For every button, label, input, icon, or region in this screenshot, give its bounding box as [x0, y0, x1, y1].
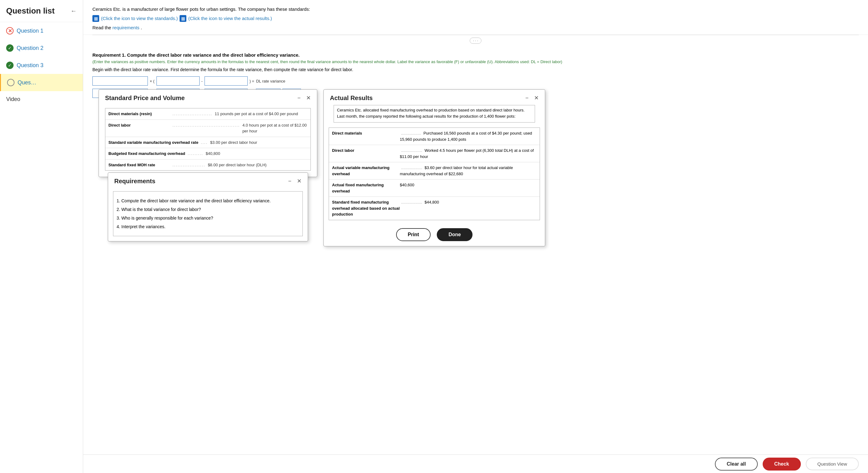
requirements-link[interactable]: requirements: [113, 25, 140, 30]
modal-standard-row-4: Standard fixed MOH rate ................…: [105, 159, 310, 170]
requirement-title: Requirement 1. Compute the direct labor …: [92, 52, 859, 58]
actual-intro: Ceramics Etc. allocated fixed manufactur…: [334, 105, 535, 123]
modal-standard-label-2: Standard variable manufacturing overhead…: [108, 139, 198, 146]
formula-input-1a[interactable]: [92, 76, 148, 86]
modal-standard-row-2: Standard variable manufacturing overhead…: [105, 137, 310, 149]
actual-label-3: Actual fixed manufacturing overhead: [332, 182, 400, 194]
modal-standard-row-3: Budgeted fixed manufacturing overhead ..…: [105, 148, 310, 159]
actual-row-4: Standard fixed manufacturing overhead al…: [329, 197, 540, 220]
modal-actual-footer: Print Done: [324, 223, 545, 246]
modal-actual-close-button[interactable]: ✕: [533, 94, 540, 102]
modal-standard-controls: − ✕: [296, 94, 312, 102]
modal-standard-row-1: Direct labor ...........................…: [105, 120, 310, 137]
sidebar-item-q2[interactable]: ✓ Question 2: [0, 39, 83, 57]
modal-requirements-close-button[interactable]: ✕: [296, 177, 303, 185]
modal-standard-minimize-button[interactable]: −: [296, 94, 302, 102]
requirement-note: (Enter the variances as positive numbers…: [92, 59, 859, 64]
check-button[interactable]: Check: [763, 458, 801, 471]
formula-input-1b[interactable]: [156, 76, 199, 86]
modal-standard-price: Standard Price and Volume − ✕ Direct mat…: [99, 89, 317, 177]
sidebar-header: Question list ←: [0, 6, 83, 22]
standards-link[interactable]: (Click the icon to view the standards.): [101, 15, 178, 22]
requirement-title-rest: Compute the direct labor rate variance a…: [127, 52, 300, 58]
sidebar-video-label: Video: [6, 96, 20, 102]
modal-standard-header: Standard Price and Volume − ✕: [99, 90, 317, 105]
check-icon-q3: ✓: [6, 62, 13, 69]
modal-actual-header: Actual Results − ✕: [324, 90, 545, 105]
done-button[interactable]: Done: [437, 228, 472, 241]
circle-icon-q4: [7, 79, 14, 86]
problem-header: Ceramics Etc. is a manufacturer of large…: [83, 0, 868, 35]
modal-standard-value-1: 4.0 hours per pot at a cost of $12.00 pe…: [242, 122, 307, 134]
formula-row-1: × ( - ) = DL rate variance: [92, 76, 859, 86]
question-view-button[interactable]: Question View: [806, 458, 859, 470]
modal-standard-close-button[interactable]: ✕: [305, 94, 312, 102]
modal-standard-row-0: Direct materials (resin) ...............…: [105, 108, 310, 120]
check-icon-q2: ✓: [6, 44, 13, 52]
clear-all-button[interactable]: Clear all: [715, 458, 757, 471]
modal-actual-controls: − ✕: [524, 94, 540, 102]
requirements-prefix: Read the: [92, 25, 113, 30]
modal-standard-value-4: $8.00 per direct labor hour (DLH): [208, 162, 267, 168]
requirements-suffix: .: [141, 25, 142, 30]
sidebar-item-q4-label: Ques…: [18, 80, 36, 86]
modal-requirements-content: Compute the direct labor rate variance a…: [108, 191, 308, 236]
requirement-description: Begin with the direct labor rate varianc…: [92, 67, 859, 72]
sidebar-item-q3[interactable]: ✓ Question 3: [0, 57, 83, 74]
actual-value-0: .................. Purchased 16,560 poun…: [400, 130, 536, 142]
requirements-line: Read the requirements .: [92, 24, 859, 31]
sidebar-collapse-button[interactable]: ←: [70, 7, 77, 14]
modal-standard-label-4: Standard fixed MOH rate: [108, 162, 170, 168]
actual-value-4: ................... $44,800: [400, 199, 536, 206]
sidebar-video-section: Video: [0, 91, 83, 107]
actual-row-2: Actual variable manufacturing overhead .…: [329, 162, 540, 180]
modal-standard-value-0: 11 pounds per pot at a cost of $4.00 per…: [215, 111, 298, 117]
modal-standard-value-3: $40,800: [206, 151, 220, 157]
req-item-4: Interpret the variances.: [121, 222, 298, 231]
modal-actual-results: Actual Results − ✕ Ceramics Etc. allocat…: [323, 89, 545, 246]
modal-standard-title: Standard Price and Volume: [105, 95, 185, 102]
bottom-bar: Clear all Check Question View: [83, 454, 868, 473]
req-item-2: What is the total variance for direct la…: [121, 205, 298, 214]
modal-standard-table: Direct materials (resin) ...............…: [105, 108, 311, 170]
standards-grid-icon[interactable]: [92, 15, 99, 22]
sidebar-item-q2-label: Question 2: [17, 45, 43, 52]
modal-standard-label-3: Budgeted fixed manufacturing overhead: [108, 151, 185, 157]
sidebar-item-q4[interactable]: Ques…: [0, 74, 83, 91]
modal-requirements-title: Requirements: [114, 178, 155, 185]
divider-ellipsis[interactable]: · · ·: [470, 38, 482, 44]
actual-label-1: Direct labor: [332, 148, 400, 154]
modal-standard-label-1: Direct labor: [108, 122, 170, 134]
formula-label: DL rate variance: [256, 79, 285, 84]
print-button[interactable]: Print: [396, 228, 431, 241]
requirements-list: Compute the direct labor rate variance a…: [113, 191, 303, 236]
req-item-3: Who is generally responsible for each va…: [121, 214, 298, 222]
results-link[interactable]: (Click the icon to view the actual resul…: [188, 15, 272, 22]
actual-row-0: Direct materials .................. Purc…: [329, 128, 540, 145]
actual-value-3: $40,600: [400, 182, 536, 188]
req-item-1: Compute the direct labor rate variance a…: [121, 196, 298, 205]
actual-label-2: Actual variable manufacturing overhead: [332, 165, 400, 177]
sidebar-item-q3-label: Question 3: [17, 62, 43, 69]
modal-standard-label-0: Direct materials (resin): [108, 111, 170, 117]
modal-actual-minimize-button[interactable]: −: [524, 94, 530, 102]
actual-label-0: Direct materials: [332, 130, 400, 136]
sidebar-item-q1[interactable]: ✕ Question 1: [0, 22, 83, 39]
modal-requirements: Requirements − ✕ Compute the direct labo…: [108, 172, 308, 242]
modal-requirements-header: Requirements − ✕: [108, 173, 308, 188]
results-grid-icon[interactable]: [180, 15, 186, 22]
modal-actual-title: Actual Results: [330, 95, 373, 102]
actual-label-4: Standard fixed manufacturing overhead al…: [332, 199, 400, 217]
modal-actual-content: Ceramics Etc. allocated fixed manufactur…: [324, 105, 545, 223]
standards-row: (Click the icon to view the standards.) …: [92, 15, 859, 22]
sidebar-title: Question list: [6, 6, 55, 16]
actual-value-text-3: $40,600: [400, 183, 414, 187]
actual-row-3: Actual fixed manufacturing overhead $40,…: [329, 180, 540, 197]
problem-description: Ceramics Etc. is a manufacturer of large…: [92, 5, 859, 13]
main-content: Ceramics Etc. is a manufacturer of large…: [83, 0, 868, 473]
modal-requirements-minimize-button[interactable]: −: [287, 177, 292, 185]
requirement-title-bold: Requirement 1.: [92, 52, 126, 58]
actual-table: Direct materials .................. Purc…: [329, 127, 540, 220]
modal-standard-value-2: $3.00 per direct labor hour: [210, 139, 257, 146]
formula-input-1c[interactable]: [205, 76, 248, 86]
